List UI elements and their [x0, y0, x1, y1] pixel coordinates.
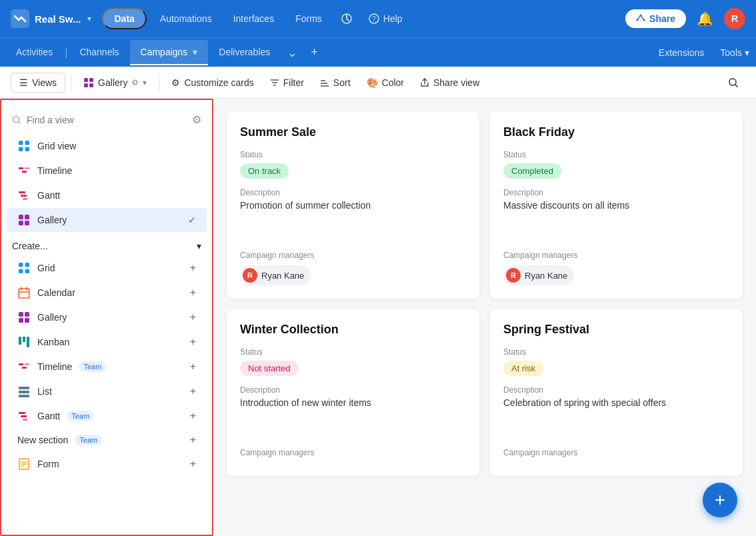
- gallery-grid: Summer Sale Status On track Description …: [227, 112, 743, 476]
- spring-festival-title: Spring Festival: [503, 323, 729, 337]
- svg-rect-36: [19, 221, 23, 225]
- help-button[interactable]: ? Help: [363, 9, 408, 28]
- create-section-header[interactable]: Create... ▾: [1, 233, 212, 255]
- search-view-input[interactable]: [27, 115, 187, 125]
- new-section-item[interactable]: New section Team +: [7, 429, 207, 451]
- create-grid-label: Grid: [37, 263, 55, 273]
- gallery-view-button[interactable]: Gallery ⚙ ▾: [77, 73, 153, 92]
- sidebar-item-grid-view[interactable]: Grid view: [7, 134, 207, 158]
- svg-rect-42: [19, 289, 29, 298]
- automations-nav-link[interactable]: Automations: [152, 9, 220, 28]
- user-avatar[interactable]: R: [724, 8, 745, 29]
- summer-sale-description: Promotion of summer collection: [240, 200, 466, 240]
- help-label: Help: [383, 13, 403, 24]
- gallery-card-winter-collection[interactable]: Winter Collection Status Not started Des…: [227, 309, 479, 476]
- tab-campaigns[interactable]: Campaigns ▾: [130, 40, 209, 65]
- create-calendar-icon: [17, 286, 31, 299]
- share-button[interactable]: Share: [625, 9, 686, 28]
- sidebar-item-timeline[interactable]: Timeline: [7, 159, 207, 183]
- svg-rect-46: [19, 312, 23, 317]
- create-section-label: Create...: [12, 241, 48, 251]
- history-button[interactable]: [335, 9, 358, 29]
- svg-rect-40: [19, 269, 23, 274]
- timeline-icon: [17, 164, 31, 177]
- tab-deliverables[interactable]: Deliverables: [208, 40, 281, 65]
- create-form-item[interactable]: Form +: [7, 452, 207, 476]
- black-friday-status-badge: Completed: [503, 163, 561, 179]
- app-name: Real Sw...: [35, 13, 81, 25]
- gantt-label: Gantt: [37, 190, 60, 201]
- customize-icon: ⚙: [171, 77, 180, 88]
- sidebar-item-gantt[interactable]: Gantt: [7, 183, 207, 207]
- svg-line-8: [641, 15, 644, 20]
- create-calendar-label: Calendar: [37, 287, 75, 298]
- add-record-fab[interactable]: +: [703, 483, 737, 517]
- create-grid-item[interactable]: Grid +: [7, 256, 207, 280]
- tools-button[interactable]: Tools ▾: [713, 42, 756, 63]
- create-list-plus-icon: +: [190, 385, 196, 397]
- share-view-button[interactable]: Share view: [413, 73, 486, 92]
- sort-icon: [320, 78, 329, 87]
- svg-rect-25: [25, 141, 30, 145]
- black-friday-managers-label: Campaign managers: [503, 251, 729, 260]
- svg-rect-24: [19, 141, 23, 145]
- gallery-card-spring-festival[interactable]: Spring Festival Status At risk Descripti…: [490, 309, 743, 476]
- summer-sale-status-label: Status: [240, 150, 466, 159]
- views-button[interactable]: ☰ Views: [11, 73, 65, 93]
- sidebar-settings-icon[interactable]: ⚙: [192, 113, 201, 126]
- spring-festival-managers-label: Campaign managers: [503, 448, 729, 457]
- new-section-plus-icon: +: [190, 434, 196, 446]
- summer-sale-status-badge: On track: [240, 163, 289, 179]
- svg-rect-57: [19, 391, 29, 393]
- spring-festival-description: Celebration of spring with special offer…: [503, 397, 729, 437]
- black-friday-description: Massive discounts on all items: [503, 200, 729, 240]
- svg-rect-60: [21, 415, 27, 417]
- color-button[interactable]: 🎨 Color: [360, 73, 411, 92]
- svg-rect-10: [89, 78, 93, 82]
- more-tabs-button[interactable]: ⌄: [281, 40, 304, 65]
- svg-rect-58: [19, 395, 29, 397]
- create-gantt-team-plus-icon: +: [190, 410, 196, 422]
- timeline-team-badge: Team: [79, 361, 106, 372]
- svg-rect-34: [19, 215, 23, 219]
- tab-activities[interactable]: Activities: [5, 40, 63, 65]
- tab-channels[interactable]: Channels: [69, 40, 129, 65]
- svg-text:?: ?: [372, 15, 376, 23]
- svg-rect-33: [23, 198, 27, 200]
- customize-cards-button[interactable]: ⚙ Customize cards: [165, 73, 260, 92]
- gallery-sidebar-icon: [17, 213, 31, 227]
- create-list-item[interactable]: List +: [7, 379, 207, 403]
- sidebar-item-gallery[interactable]: Gallery ✓: [7, 208, 207, 232]
- create-kanban-label: Kanban: [37, 337, 69, 347]
- create-gantt-team-item[interactable]: Gantt Team +: [7, 404, 207, 428]
- sort-button[interactable]: Sort: [313, 73, 357, 92]
- grid-view-label: Grid view: [37, 141, 76, 151]
- create-timeline-team-item[interactable]: Timeline Team +: [7, 355, 207, 379]
- svg-rect-39: [25, 263, 30, 267]
- search-button[interactable]: [721, 73, 745, 92]
- extensions-button[interactable]: Extensions: [649, 42, 713, 63]
- grid-view-icon: [17, 139, 31, 153]
- svg-rect-26: [19, 147, 23, 152]
- forms-nav-link[interactable]: Forms: [287, 9, 330, 28]
- create-kanban-item[interactable]: Kanban +: [7, 330, 207, 354]
- filter-button[interactable]: Filter: [263, 73, 311, 92]
- gallery-card-summer-sale[interactable]: Summer Sale Status On track Description …: [227, 112, 479, 299]
- summer-sale-desc-label: Description: [240, 188, 466, 197]
- notifications-button[interactable]: 🔔: [691, 8, 719, 29]
- data-nav-button[interactable]: Data: [102, 8, 146, 29]
- logo-area[interactable]: Real Sw... ▾: [11, 9, 91, 28]
- svg-line-21: [735, 85, 737, 87]
- gallery-card-black-friday[interactable]: Black Friday Status Completed Descriptio…: [490, 112, 743, 299]
- svg-rect-28: [19, 167, 23, 169]
- svg-rect-56: [19, 387, 29, 389]
- main-area: ⚙ Grid view Timeline: [0, 99, 756, 536]
- create-grid-icon: [17, 261, 31, 275]
- interfaces-nav-link[interactable]: Interfaces: [225, 9, 282, 28]
- add-tab-button[interactable]: +: [304, 40, 325, 65]
- create-gallery-item[interactable]: Gallery +: [7, 305, 207, 329]
- svg-rect-11: [84, 83, 88, 87]
- create-calendar-item[interactable]: Calendar +: [7, 281, 207, 305]
- filter-icon: [270, 78, 279, 87]
- svg-rect-50: [19, 337, 21, 345]
